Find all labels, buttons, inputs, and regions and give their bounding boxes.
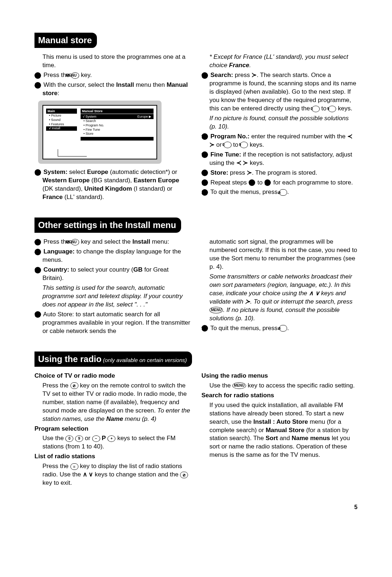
using-radio-left-col: Choice of TV or radio mode Press the ⎚ k… — [34, 372, 191, 489]
sub-heading: Search for radio stations — [201, 391, 358, 400]
step-number-icon: 4 — [201, 72, 208, 79]
right-arrow-icon: ≻ — [247, 169, 252, 176]
step-4: 4 Auto Store: to start automatic search … — [34, 310, 191, 336]
text: key to access the specific radio setting… — [246, 382, 355, 389]
intro-text: This menu is used to store the programme… — [34, 53, 191, 70]
radio-menus-text: Use the MENU key to access the specific … — [201, 382, 358, 390]
text: Europe ▶ — [137, 114, 151, 119]
step-number-icon: 5 — [201, 325, 208, 332]
sub-heading: Program selection — [34, 425, 191, 433]
step-8: 8 Repeat steps 4 to 8 for each programme… — [201, 179, 358, 187]
step-number-icon: 3 — [34, 169, 41, 176]
step-number-ref-icon: 8 — [264, 179, 271, 186]
bold-text: Eastern Europe — [134, 177, 179, 184]
section-title-using-radio: Using the radio (only available on certa… — [34, 352, 192, 367]
text: for each programme to store. — [271, 179, 353, 186]
key-9-icon: 9 — [240, 142, 248, 148]
exit-key-icon: ⎚ — [279, 189, 287, 196]
step-3: 3 Country: to select your country (GB fo… — [34, 266, 191, 283]
bold-text: Country: — [44, 266, 69, 273]
step-3: 3 System: select Europe (automatic detec… — [34, 168, 191, 202]
text: key and select the — [79, 238, 132, 245]
text: (I standard) or — [132, 185, 173, 192]
key-0-icon: 0 — [224, 142, 232, 148]
step-number-icon: 1 — [34, 239, 41, 245]
text: . — [287, 325, 289, 332]
text: to select your country ( — [69, 266, 134, 273]
text: select — [68, 168, 87, 175]
text: Use the — [42, 435, 65, 442]
step-number-icon: 4 — [34, 311, 41, 318]
text: . If no picture is found, consult the po… — [209, 306, 340, 322]
exit-key-icon: ⎚ — [279, 325, 287, 332]
text: (BG standard), — [90, 177, 134, 184]
other-settings-left-col: 1 Press the MENU key and select the Inst… — [34, 238, 191, 337]
step-number-ref-icon: 4 — [249, 179, 255, 186]
tv-menu-item: Fine Tune — [81, 128, 154, 132]
plus-key-icon: + — [107, 435, 115, 442]
using-radio-right-col: Using the radio menus Use the MENU key t… — [201, 372, 358, 489]
left-right-arrow-icon: ≺ ≻ — [236, 159, 248, 166]
bold-text: Europe — [87, 168, 109, 175]
section-title-manual-store: Manual store — [34, 33, 97, 48]
p-label: P — [102, 435, 106, 442]
menu-key-icon: MENU — [71, 239, 79, 245]
step-2: 2 Language: to change the display langua… — [34, 248, 191, 264]
tv-menu-diagram: Main Picture Sound Features Install Manu… — [38, 101, 162, 164]
text: (automatic detection*) or — [108, 168, 177, 175]
text: and — [278, 435, 292, 442]
manual-store-left-col: This menu is used to store the programme… — [34, 53, 191, 203]
text: keys. — [248, 141, 264, 148]
section-title-text: Manual store — [38, 35, 92, 45]
section-title-text: Other settings in the Install menu — [38, 220, 176, 230]
bold-text: Fine Tune: — [211, 151, 241, 158]
text: Auto Store: to start automatic search fo… — [42, 311, 190, 334]
text: . To quit or interrupt the search, press — [250, 298, 352, 305]
step-number-icon: 3 — [34, 267, 41, 273]
section-subtitle-text: (only available on certain versions) — [102, 357, 187, 363]
tv-menu-item: Picture — [46, 114, 77, 118]
bold-text: Program No.: — [211, 133, 250, 140]
france-note: * Except for France (LL' standard), you … — [201, 53, 358, 70]
menu-key-icon: MENU — [71, 72, 79, 79]
step-number-icon: 5 — [201, 133, 208, 140]
choice-text: Press the ⎚ key on the remote control to… — [34, 382, 191, 423]
text: To quit the menus, press — [210, 325, 279, 332]
text: : — [58, 90, 60, 97]
list-stations-text: Press the ≡ key to display the list of r… — [34, 462, 191, 487]
key-9-icon: 9 — [75, 435, 83, 442]
text: key to exit. — [42, 479, 72, 486]
text: Press the — [42, 463, 70, 470]
text: With the cursor, select the — [44, 81, 116, 88]
text: keys. — [336, 105, 352, 112]
text: menu: — [150, 238, 169, 245]
up-down-arrow-icon: ∧ ∨ — [309, 290, 319, 297]
right-arrow-icon: ≻ — [252, 72, 257, 78]
bold-text: Sort — [266, 435, 278, 442]
page-number: 5 — [34, 503, 358, 511]
bold-text: Store: — [211, 169, 228, 176]
minus-key-icon: − — [92, 435, 100, 442]
section-title-text: Using the radio — [38, 354, 102, 364]
step-number-icon: 6 — [201, 151, 208, 158]
tv-submenu-title: Manual Store — [81, 109, 154, 114]
sort-note: Some transmitters or cable networks broa… — [201, 273, 358, 323]
step-4-continued: automatic sort signal, the programmes wi… — [201, 238, 358, 271]
tv-submenu-selected: √ System Europe ▶ — [81, 114, 154, 119]
tv-menu-item: Search — [81, 119, 154, 123]
tv-menu-item-selected: Install — [46, 126, 77, 131]
bold-text: GB — [133, 266, 143, 273]
tvradio-key-icon: ⎚ — [70, 382, 78, 389]
manual-store-columns: This menu is used to store the programme… — [34, 53, 358, 203]
text: menu then — [134, 81, 167, 88]
section-title-other-settings: Other settings in the Install menu — [34, 218, 181, 233]
step-6: 6 Fine Tune: if the reception is not sat… — [201, 151, 358, 167]
bold-text: Install : Auto Store — [253, 418, 308, 425]
right-arrow-icon: ≻ — [245, 298, 250, 305]
bold-text: United Kingdom — [84, 185, 132, 192]
tv-menu-item: Sound — [46, 118, 77, 122]
tv-menu-item: Features — [46, 122, 77, 127]
step-5: 5 To quit the menus, press ⎚. — [201, 324, 358, 333]
text: (DK standard), — [42, 185, 84, 192]
using-radio-columns: Choice of TV or radio mode Press the ⎚ k… — [34, 372, 358, 489]
